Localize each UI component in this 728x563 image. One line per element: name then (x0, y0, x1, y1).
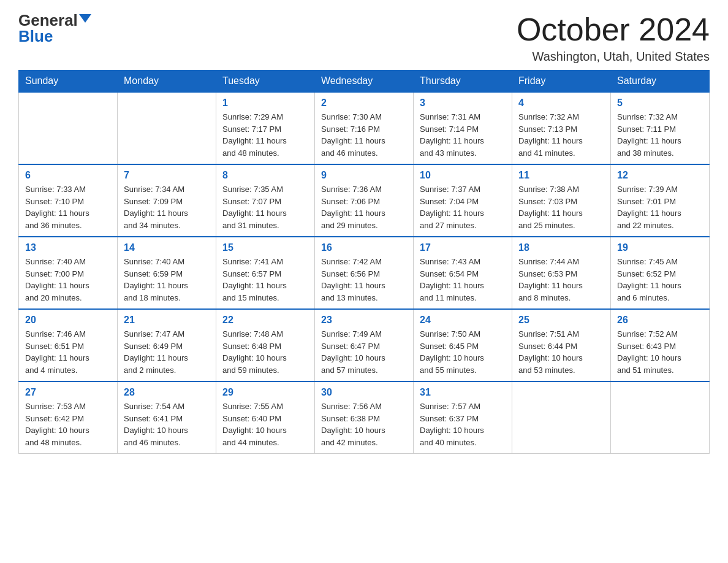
calendar-cell: 24Sunrise: 7:50 AM Sunset: 6:45 PM Dayli… (414, 309, 512, 381)
calendar-cell: 23Sunrise: 7:49 AM Sunset: 6:47 PM Dayli… (315, 309, 414, 381)
day-number: 4 (518, 98, 604, 109)
day-number: 27 (25, 387, 111, 398)
day-info: Sunrise: 7:32 AM Sunset: 7:13 PM Dayligh… (518, 111, 604, 159)
calendar-cell: 2Sunrise: 7:30 AM Sunset: 7:16 PM Daylig… (315, 92, 414, 164)
day-number: 22 (222, 315, 308, 326)
page-header: General Blue October 2024 Washington, Ut… (18, 12, 710, 64)
day-number: 26 (617, 315, 703, 326)
day-number: 1 (222, 98, 308, 109)
day-info: Sunrise: 7:53 AM Sunset: 6:42 PM Dayligh… (25, 400, 111, 448)
day-info: Sunrise: 7:42 AM Sunset: 6:56 PM Dayligh… (321, 256, 407, 304)
col-friday: Friday (512, 71, 611, 93)
day-info: Sunrise: 7:29 AM Sunset: 7:17 PM Dayligh… (222, 111, 308, 159)
logo-triangle-icon (79, 14, 91, 23)
calendar-cell: 15Sunrise: 7:41 AM Sunset: 6:57 PM Dayli… (216, 237, 315, 309)
day-number: 29 (222, 387, 308, 398)
col-monday: Monday (118, 71, 216, 93)
day-info: Sunrise: 7:49 AM Sunset: 6:47 PM Dayligh… (321, 328, 407, 376)
calendar-cell: 27Sunrise: 7:53 AM Sunset: 6:42 PM Dayli… (19, 381, 118, 454)
day-number: 12 (617, 170, 703, 181)
day-number: 18 (518, 242, 604, 253)
calendar-cell: 11Sunrise: 7:38 AM Sunset: 7:03 PM Dayli… (512, 164, 611, 237)
day-number: 6 (25, 170, 111, 181)
calendar-table: Sunday Monday Tuesday Wednesday Thursday… (18, 70, 710, 454)
day-number: 17 (420, 242, 506, 253)
day-number: 25 (518, 315, 604, 326)
day-number: 28 (124, 387, 210, 398)
calendar-cell: 9Sunrise: 7:36 AM Sunset: 7:06 PM Daylig… (315, 164, 414, 237)
day-info: Sunrise: 7:44 AM Sunset: 6:53 PM Dayligh… (518, 256, 604, 304)
day-info: Sunrise: 7:48 AM Sunset: 6:48 PM Dayligh… (222, 328, 308, 376)
calendar-cell (118, 92, 216, 164)
calendar-cell: 13Sunrise: 7:40 AM Sunset: 7:00 PM Dayli… (19, 237, 118, 309)
day-number: 23 (321, 315, 407, 326)
calendar-cell (512, 381, 611, 454)
calendar-cell: 16Sunrise: 7:42 AM Sunset: 6:56 PM Dayli… (315, 237, 414, 309)
calendar-cell: 28Sunrise: 7:54 AM Sunset: 6:41 PM Dayli… (118, 381, 216, 454)
day-number: 15 (222, 242, 308, 253)
day-info: Sunrise: 7:50 AM Sunset: 6:45 PM Dayligh… (420, 328, 506, 376)
calendar-cell (611, 381, 710, 454)
calendar-cell (19, 92, 118, 164)
calendar-cell: 3Sunrise: 7:31 AM Sunset: 7:14 PM Daylig… (414, 92, 512, 164)
calendar-cell: 21Sunrise: 7:47 AM Sunset: 6:49 PM Dayli… (118, 309, 216, 381)
day-number: 24 (420, 315, 506, 326)
day-number: 7 (124, 170, 210, 181)
col-saturday: Saturday (611, 71, 710, 93)
calendar-cell: 7Sunrise: 7:34 AM Sunset: 7:09 PM Daylig… (118, 164, 216, 237)
day-info: Sunrise: 7:37 AM Sunset: 7:04 PM Dayligh… (420, 183, 506, 231)
day-info: Sunrise: 7:45 AM Sunset: 6:52 PM Dayligh… (617, 256, 703, 304)
week-row-1: 1Sunrise: 7:29 AM Sunset: 7:17 PM Daylig… (19, 92, 710, 164)
day-info: Sunrise: 7:51 AM Sunset: 6:44 PM Dayligh… (518, 328, 604, 376)
calendar-cell: 10Sunrise: 7:37 AM Sunset: 7:04 PM Dayli… (414, 164, 512, 237)
day-info: Sunrise: 7:41 AM Sunset: 6:57 PM Dayligh… (222, 256, 308, 304)
title-section: October 2024 Washington, Utah, United St… (517, 12, 710, 64)
col-wednesday: Wednesday (315, 71, 414, 93)
calendar-cell: 26Sunrise: 7:52 AM Sunset: 6:43 PM Dayli… (611, 309, 710, 381)
day-number: 14 (124, 242, 210, 253)
day-number: 31 (420, 387, 506, 398)
col-sunday: Sunday (19, 71, 118, 93)
day-info: Sunrise: 7:38 AM Sunset: 7:03 PM Dayligh… (518, 183, 604, 231)
day-info: Sunrise: 7:36 AM Sunset: 7:06 PM Dayligh… (321, 183, 407, 231)
col-thursday: Thursday (414, 71, 512, 93)
day-number: 8 (222, 170, 308, 181)
day-info: Sunrise: 7:35 AM Sunset: 7:07 PM Dayligh… (222, 183, 308, 231)
day-number: 2 (321, 98, 407, 109)
calendar-cell: 30Sunrise: 7:56 AM Sunset: 6:38 PM Dayli… (315, 381, 414, 454)
day-info: Sunrise: 7:46 AM Sunset: 6:51 PM Dayligh… (25, 328, 111, 376)
calendar-cell: 18Sunrise: 7:44 AM Sunset: 6:53 PM Dayli… (512, 237, 611, 309)
day-number: 16 (321, 242, 407, 253)
day-info: Sunrise: 7:39 AM Sunset: 7:01 PM Dayligh… (617, 183, 703, 231)
calendar-cell: 20Sunrise: 7:46 AM Sunset: 6:51 PM Dayli… (19, 309, 118, 381)
day-number: 21 (124, 315, 210, 326)
col-tuesday: Tuesday (216, 71, 315, 93)
logo-general-text: General (18, 12, 78, 28)
week-row-5: 27Sunrise: 7:53 AM Sunset: 6:42 PM Dayli… (19, 381, 710, 454)
day-number: 11 (518, 170, 604, 181)
calendar-header-row: Sunday Monday Tuesday Wednesday Thursday… (19, 71, 710, 93)
day-info: Sunrise: 7:32 AM Sunset: 7:11 PM Dayligh… (617, 111, 703, 159)
calendar-cell: 25Sunrise: 7:51 AM Sunset: 6:44 PM Dayli… (512, 309, 611, 381)
location-text: Washington, Utah, United States (517, 50, 710, 64)
day-number: 3 (420, 98, 506, 109)
calendar-cell: 8Sunrise: 7:35 AM Sunset: 7:07 PM Daylig… (216, 164, 315, 237)
day-info: Sunrise: 7:57 AM Sunset: 6:37 PM Dayligh… (420, 400, 506, 448)
logo: General Blue (18, 12, 91, 44)
day-number: 19 (617, 242, 703, 253)
week-row-2: 6Sunrise: 7:33 AM Sunset: 7:10 PM Daylig… (19, 164, 710, 237)
calendar-cell: 22Sunrise: 7:48 AM Sunset: 6:48 PM Dayli… (216, 309, 315, 381)
calendar-cell: 31Sunrise: 7:57 AM Sunset: 6:37 PM Dayli… (414, 381, 512, 454)
day-number: 10 (420, 170, 506, 181)
week-row-3: 13Sunrise: 7:40 AM Sunset: 7:00 PM Dayli… (19, 237, 710, 309)
day-number: 9 (321, 170, 407, 181)
calendar-cell: 17Sunrise: 7:43 AM Sunset: 6:54 PM Dayli… (414, 237, 512, 309)
day-info: Sunrise: 7:33 AM Sunset: 7:10 PM Dayligh… (25, 183, 111, 231)
calendar-cell: 1Sunrise: 7:29 AM Sunset: 7:17 PM Daylig… (216, 92, 315, 164)
day-info: Sunrise: 7:43 AM Sunset: 6:54 PM Dayligh… (420, 256, 506, 304)
day-info: Sunrise: 7:55 AM Sunset: 6:40 PM Dayligh… (222, 400, 308, 448)
day-number: 13 (25, 242, 111, 253)
day-info: Sunrise: 7:56 AM Sunset: 6:38 PM Dayligh… (321, 400, 407, 448)
day-info: Sunrise: 7:30 AM Sunset: 7:16 PM Dayligh… (321, 111, 407, 159)
day-info: Sunrise: 7:54 AM Sunset: 6:41 PM Dayligh… (124, 400, 210, 448)
